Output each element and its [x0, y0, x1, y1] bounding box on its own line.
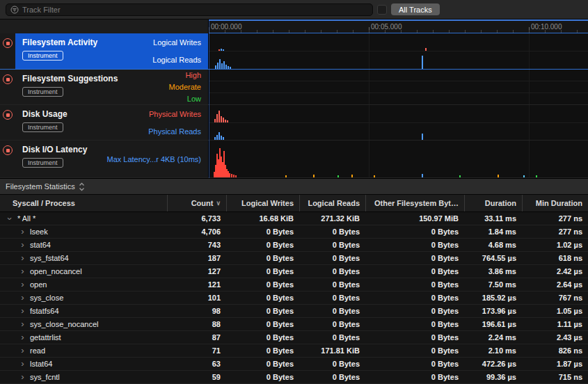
stat-value: 0 Bytes	[299, 291, 365, 304]
table-row-all[interactable]: ›* All *6,73316.68 KiB271.32 KiB150.97 M…	[0, 212, 588, 225]
stat-value: 0 Bytes	[299, 318, 365, 330]
table-row-open[interactable]: ›open1210 Bytes0 Bytes0 Bytes7.50 ms2.64…	[0, 278, 588, 291]
table-row-sys-close[interactable]: ›sys_close1010 Bytes0 Bytes0 Bytes185.92…	[0, 291, 588, 305]
playhead-line	[209, 19, 209, 178]
table-row-getattrlist[interactable]: ›getattrlist870 Bytes0 Bytes0 Bytes2.24 …	[0, 331, 588, 344]
lane-label: Low	[169, 93, 201, 104]
stat-value: 121	[167, 278, 226, 291]
expand-chevron-icon[interactable]: ›	[19, 226, 26, 237]
stat-value: 472.26 µs	[464, 358, 522, 370]
stat-value: 0 Bytes	[299, 278, 365, 291]
expand-chevron-icon[interactable]: ›	[19, 305, 26, 316]
expand-chevron-icon[interactable]: ›	[19, 371, 26, 382]
syscall-name: stat64	[30, 241, 51, 249]
stat-value: 87	[167, 331, 226, 344]
syscall-name: lstat64	[30, 360, 52, 368]
stat-value: 0 Bytes	[365, 291, 464, 304]
track-graph-filesystem-activity[interactable]	[209, 33, 588, 69]
track-row-disk-i-o-latency[interactable]: Disk I/O LatencyInstrumentMax Latency...…	[0, 141, 588, 178]
graph-lane	[209, 105, 588, 122]
table-row-lseek[interactable]: ›lseek4,7060 Bytes0 Bytes0 Bytes1.84 ms2…	[0, 225, 588, 239]
ruler-tick-label: 00:00.000	[211, 23, 242, 31]
stat-value: 88	[167, 318, 226, 330]
table-row-sys-fstat64[interactable]: ›sys_fstat641870 Bytes0 Bytes0 Bytes764.…	[0, 252, 588, 265]
track-row-disk-usage[interactable]: Disk UsageInstrumentPhysical WritesPhysi…	[0, 105, 588, 141]
column-header-other-filesystem-byt[interactable]: Other Filesystem Byt…	[365, 195, 464, 211]
track-row-filesystem-suggestions[interactable]: Filesystem SuggestionsInstrumentHighMode…	[0, 70, 588, 105]
stat-value: 98	[167, 305, 226, 317]
column-header-logical-writes[interactable]: Logical Writes	[226, 195, 299, 211]
table-row-open-nocancel[interactable]: ›open_nocancel1270 Bytes0 Bytes0 Bytes3.…	[0, 265, 588, 278]
stat-value: 4.68 ms	[464, 239, 522, 251]
expand-chevron-icon[interactable]: ›	[19, 239, 26, 250]
table-row-stat64[interactable]: ›stat647430 Bytes0 Bytes0 Bytes4.68 ms1.…	[0, 239, 588, 252]
track-filter-field[interactable]	[6, 3, 373, 16]
stat-value: 0 Bytes	[365, 318, 464, 330]
syscall-name: open	[30, 280, 47, 289]
ruler-tick-label: 00:10.000	[531, 23, 562, 31]
syscall-cell: ›fstatfs64	[0, 305, 167, 317]
ruler-major-tick	[369, 27, 370, 33]
track-graph-disk-i-o-latency[interactable]	[209, 141, 588, 177]
expand-chevron-icon[interactable]: ›	[19, 332, 26, 342]
stat-value: 2.42 µs	[522, 265, 588, 278]
instrument-badge: Instrument	[22, 122, 63, 132]
stat-value: 71	[167, 344, 226, 357]
syscall-name: * All *	[17, 214, 35, 223]
syscall-cell: ›open	[0, 278, 167, 291]
column-header-min-duration[interactable]: Min Duration	[522, 195, 588, 211]
stat-value: 0 Bytes	[365, 239, 464, 251]
column-header-logical-reads[interactable]: Logical Reads	[299, 195, 365, 211]
expand-chevron-icon[interactable]: ›	[19, 319, 26, 329]
stat-value: 127	[167, 265, 226, 278]
stat-value: 0 Bytes	[226, 344, 299, 357]
expand-chevron-icon[interactable]: ›	[19, 358, 26, 369]
column-header-syscall-process[interactable]: Syscall / Process	[0, 195, 167, 211]
stat-value: 0 Bytes	[365, 225, 464, 238]
syscall-cell: ›sys_close_nocancel	[0, 318, 167, 330]
table-row-sys-close-nocancel[interactable]: ›sys_close_nocancel880 Bytes0 Bytes0 Byt…	[0, 318, 588, 331]
track-info-disk-i-o-latency[interactable]: Disk I/O LatencyInstrumentMax Latency...…	[15, 141, 209, 177]
track-info-disk-usage[interactable]: Disk UsageInstrumentPhysical WritesPhysi…	[15, 105, 209, 140]
stat-value: 277 ns	[522, 212, 588, 225]
table-row-sys-fcntl[interactable]: ›sys_fcntl590 Bytes0 Bytes0 Bytes99.36 µ…	[0, 371, 588, 384]
timeline-ruler[interactable]: 00:00.00000:05.00000:10.000	[209, 19, 588, 33]
detail-panel-header[interactable]: Filesystem Statistics	[0, 179, 588, 195]
expand-chevron-icon[interactable]: ›	[19, 345, 26, 355]
track-info-filesystem-suggestions[interactable]: Filesystem SuggestionsInstrumentHighMode…	[15, 70, 209, 104]
track-graph-disk-usage[interactable]	[209, 105, 588, 140]
stat-value: 3.86 ms	[464, 265, 522, 278]
column-header-duration[interactable]: Duration	[464, 195, 522, 211]
table-row-read[interactable]: ›read710 Bytes171.81 KiB0 Bytes2.10 ms82…	[0, 344, 588, 358]
stat-value: 171.81 KiB	[299, 344, 365, 357]
stat-value: 150.97 MiB	[365, 212, 464, 225]
filter-options-button[interactable]	[377, 5, 387, 15]
stat-value: 1.87 µs	[522, 358, 588, 370]
table-row-fstatfs64[interactable]: ›fstatfs64980 Bytes0 Bytes0 Bytes173.96 …	[0, 305, 588, 318]
graph-lane	[209, 122, 588, 141]
expand-chevron-icon[interactable]: ›	[19, 292, 26, 303]
track-graph-filesystem-suggestions[interactable]	[209, 70, 588, 104]
expand-chevron-icon[interactable]: ›	[19, 279, 26, 289]
graph-lane	[209, 81, 588, 93]
disk-i-o-latency-icon	[3, 145, 13, 155]
track-row-filesystem-activity[interactable]: Filesystem ActivityInstrumentLogical Wri…	[0, 33, 588, 70]
column-header-count[interactable]: Count∨	[167, 195, 226, 211]
table-row-lstat64[interactable]: ›lstat64630 Bytes0 Bytes0 Bytes472.26 µs…	[0, 358, 588, 371]
stat-value: 33.11 ms	[464, 212, 522, 225]
expand-chevron-icon[interactable]: ›	[19, 266, 26, 276]
all-tracks-button[interactable]: All Tracks	[391, 3, 440, 15]
stat-value: 2.24 ms	[464, 331, 522, 344]
expand-chevron-icon[interactable]: ›	[19, 253, 26, 263]
track-info-filesystem-activity[interactable]: Filesystem ActivityInstrumentLogical Wri…	[15, 33, 209, 69]
stat-value: 0 Bytes	[226, 358, 299, 370]
stats-table-body: ›* All *6,73316.68 KiB271.32 KiB150.97 M…	[0, 212, 588, 384]
syscall-cell: ›getattrlist	[0, 331, 167, 344]
collapse-chevron-icon[interactable]: ›	[5, 216, 15, 222]
track-filter-input[interactable]	[22, 6, 368, 14]
stat-value: 0 Bytes	[299, 331, 365, 344]
stat-value: 0 Bytes	[365, 305, 464, 317]
track-list: Filesystem ActivityInstrumentLogical Wri…	[0, 33, 588, 178]
stat-value: 6,733	[167, 212, 226, 225]
syscall-cell: ›sys_fstat64	[0, 252, 167, 264]
